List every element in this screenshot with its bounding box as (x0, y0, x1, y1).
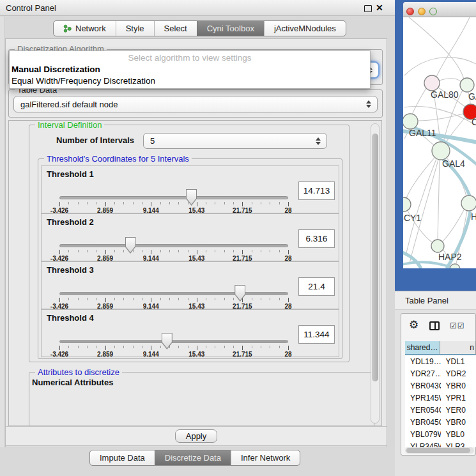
node-label: H (471, 211, 476, 222)
table-row[interactable]: YLR345WYLR3 (405, 440, 476, 447)
threshold-slider-thumb[interactable] (125, 237, 136, 254)
close-traffic-light-icon[interactable] (406, 8, 414, 15)
tab-style[interactable]: Style (116, 21, 154, 36)
tab-discretize-data[interactable]: Discretize Data (155, 450, 231, 465)
threshold-value-input[interactable]: 14.713 (298, 181, 335, 200)
combo-stepper-icon (366, 100, 371, 108)
checkbox-icons[interactable]: ☑☑ (450, 321, 465, 330)
table-cell: YBR045C (405, 416, 441, 428)
dropdown-item-manual-discretization[interactable]: Manual Discretization (12, 65, 100, 74)
threshold-slider-track[interactable] (59, 340, 288, 343)
tick-label: 28 (284, 351, 291, 358)
tab-infer-network-label: Infer Network (241, 453, 290, 463)
table-cell: YDR27… (405, 367, 441, 380)
network-node-gal80[interactable] (424, 75, 440, 91)
column-header-shared-name[interactable]: shared… (405, 341, 440, 355)
tab-network[interactable]: Network (54, 21, 116, 36)
node-label: GCY1 (403, 213, 421, 223)
node-label: GA (468, 91, 476, 102)
algorithm-placeholder: Select algorithm to view settings (10, 53, 370, 63)
scrollpane-scrollbar[interactable] (371, 123, 380, 424)
table-row[interactable]: YER054CYER0 (405, 404, 476, 416)
table-row[interactable]: YDL19…YDL1 (405, 355, 476, 367)
table-panel-title: Table Panel (405, 296, 449, 305)
table-row[interactable]: YPR145WYPR1 (405, 392, 476, 404)
threshold-label: Threshold 1 (47, 169, 94, 179)
table-row[interactable]: YBR045CYBR0 (405, 416, 476, 428)
close-icon[interactable]: ✕ (376, 2, 383, 14)
interval-definition-title: Interval Definition (35, 120, 104, 130)
table-panel-titlebar: Table Panel (395, 291, 476, 310)
table-row[interactable]: YBR043CYBR0 (405, 380, 476, 392)
zoom-traffic-light-icon[interactable] (429, 8, 437, 15)
table-header-row: shared… n (405, 341, 476, 355)
tick-label: 21.715 (233, 351, 252, 358)
network-node-h[interactable] (461, 196, 476, 211)
network-node-gal4[interactable] (432, 142, 450, 160)
network-node-gal11[interactable] (403, 114, 418, 129)
threshold-panel-4: Threshold 4 -3.4262.8599.14415.4321.7152… (41, 309, 339, 357)
network-window-titlebar[interactable] (403, 2, 476, 17)
table-cell: YER054C (405, 404, 441, 416)
apply-button[interactable]: Apply (175, 429, 217, 443)
tab-infer-network[interactable]: Infer Network (231, 450, 300, 465)
threshold-label: Threshold 4 (47, 313, 94, 323)
minimize-traffic-light-icon[interactable] (418, 8, 426, 15)
node-label: GAL11 (409, 128, 436, 138)
tab-style-label: Style (126, 24, 144, 33)
network-node[interactable] (450, 264, 460, 268)
num-intervals-combobox[interactable]: 5 (143, 133, 327, 149)
network-node-gcy1[interactable] (403, 197, 411, 211)
tab-jactivemnodules-label: jActiveMNodules (274, 24, 336, 33)
threshold-slider-track[interactable] (59, 196, 288, 199)
table-cell: YLR345W (405, 440, 441, 447)
tab-cyni-toolbox-label: Cyni Toolbox (207, 24, 254, 33)
bottom-tab-bar: Impute Data Discretize Data Infer Networ… (89, 450, 300, 466)
tick-label: -3.426 (50, 351, 68, 358)
threshold-value-input[interactable]: 21.4 (298, 277, 335, 296)
top-tab-bar: Network Style Select Cyni Toolbox jActiv… (53, 20, 346, 36)
node-label: C (472, 117, 476, 127)
table-cell: YBR0 (441, 416, 476, 428)
table-body: YDL19…YDL1YDR27…YDR2YBR043CYBR0YPR145WYP… (405, 355, 476, 447)
table-cell: YDR2 (441, 367, 476, 380)
tick-label: 9.144 (143, 351, 159, 358)
threshold-slider-track[interactable] (59, 244, 288, 247)
settings-scrollpane: Interval Definition Number of Intervals … (8, 120, 382, 426)
node-label: GAL4 (442, 158, 465, 169)
tab-select[interactable]: Select (154, 21, 197, 36)
tab-select-label: Select (164, 24, 187, 33)
screenshot-stage: Control Panel ✕ Network Style Select Cyn… (0, 0, 476, 476)
thresholds-group: Threshold's Coordinates for 5 Intervals … (38, 158, 342, 359)
tab-impute-data[interactable]: Impute Data (90, 450, 155, 465)
table-cell: YDL1 (441, 355, 476, 367)
threshold-slider-thumb[interactable] (234, 285, 245, 302)
threshold-value-input[interactable]: 11.344 (298, 325, 335, 344)
tab-jactivemnodules[interactable]: jActiveMNodules (264, 21, 346, 36)
table-cell: YLR3 (441, 440, 476, 447)
table-horizontal-scrollbar[interactable] (405, 447, 474, 454)
table-cell: YBR0 (441, 380, 476, 392)
float-window-icon[interactable] (364, 5, 372, 12)
dropdown-item-equal-width-frequency[interactable]: Equal Width/Frequency Discretization (12, 76, 155, 86)
tab-network-label: Network (75, 24, 106, 33)
split-view-icon[interactable] (429, 321, 440, 330)
network-node-hap2[interactable] (431, 240, 444, 252)
table-data-combobox[interactable]: galFiltered.sif default node (13, 96, 378, 112)
table-cell: YBR043C (405, 380, 441, 392)
gear-icon[interactable]: ⚙ (409, 319, 418, 332)
node-label: HAP2 (438, 252, 462, 262)
table-row[interactable]: YDR27…YDR2 (405, 367, 476, 380)
column-header-name[interactable]: n (440, 341, 476, 355)
threshold-panel-2: Threshold 2 -3.4262.8599.14415.4321.7152… (41, 213, 339, 261)
network-node-ga[interactable] (460, 78, 474, 92)
table-cell: YPR1 (441, 392, 476, 404)
tab-cyni-toolbox[interactable]: Cyni Toolbox (197, 21, 264, 36)
threshold-slider-thumb[interactable] (162, 333, 173, 349)
threshold-label: Threshold 2 (47, 217, 94, 227)
table-row[interactable]: YBL079WYBL0 (405, 428, 476, 440)
control-panel-title: Control Panel (6, 3, 56, 13)
threshold-slider-track[interactable] (59, 292, 288, 295)
network-view-canvas[interactable]: GAL80GACGAL11GAL4GCY1HHAP2 (403, 17, 476, 268)
threshold-value-input[interactable]: 6.316 (298, 229, 335, 248)
